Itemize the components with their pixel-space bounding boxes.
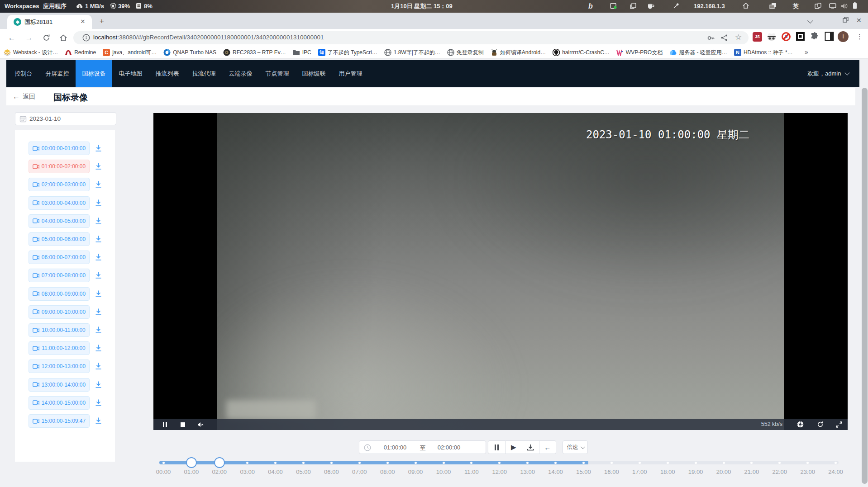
download-recording-button[interactable] bbox=[95, 162, 105, 174]
video-player[interactable]: 2023-01-10 01:00:00 星期二 552 kb/s bbox=[153, 113, 848, 430]
time-range-input[interactable]: 01:00:00 至 02:00:00 bbox=[359, 440, 486, 454]
bookmark-item[interactable]: NHDAtmos :: 种子 *… bbox=[734, 49, 793, 57]
recording-segment-button[interactable]: 08:00:00-09:00:00 bbox=[29, 287, 90, 301]
colorpicker-tray-icon[interactable] bbox=[673, 0, 679, 13]
extensions-puzzle-icon[interactable] bbox=[810, 32, 819, 41]
clipboard-tray-icon[interactable] bbox=[630, 0, 636, 13]
download-recording-button[interactable] bbox=[95, 417, 105, 429]
pause-icon[interactable] bbox=[159, 419, 171, 430]
timeline-handle[interactable] bbox=[186, 457, 197, 468]
download-recording-button[interactable] bbox=[95, 180, 105, 192]
bookmark-item[interactable]: 免登录复制 bbox=[447, 49, 484, 57]
bookmark-item[interactable]: Cjava、android可… bbox=[103, 49, 157, 57]
home-tray-icon[interactable] bbox=[742, 0, 749, 13]
download-recording-button[interactable] bbox=[95, 399, 105, 411]
nav-tab-1[interactable]: 控制台 bbox=[8, 60, 39, 87]
browser-menu-icon[interactable]: ⋮ bbox=[856, 33, 863, 41]
snapshot-icon[interactable] bbox=[795, 419, 806, 430]
download-recording-button[interactable] bbox=[95, 308, 105, 320]
recording-segment-button[interactable]: 09:00:00-10:00:00 bbox=[29, 305, 90, 319]
speed-dropdown[interactable]: 倍速 bbox=[563, 440, 588, 454]
volume-tray-icon[interactable] bbox=[841, 0, 848, 13]
recording-segment-button[interactable]: 11:00:00-12:00:00 bbox=[29, 341, 90, 355]
download-recording-button[interactable] bbox=[95, 290, 105, 302]
download-button[interactable] bbox=[522, 440, 539, 454]
new-tab-button[interactable]: + bbox=[98, 17, 106, 25]
stop-icon[interactable] bbox=[177, 419, 188, 430]
nav-tab-10[interactable]: 用户管理 bbox=[332, 60, 369, 87]
date-picker-input[interactable]: 2023-01-10 bbox=[15, 112, 116, 125]
phone-link-tray-icon[interactable] bbox=[815, 0, 821, 13]
recording-segment-button[interactable]: 12:00:00-13:00:00 bbox=[29, 359, 90, 373]
back-link[interactable]: 返回 bbox=[23, 93, 35, 101]
nav-tab-4[interactable]: 电子地图 bbox=[112, 60, 149, 87]
extension-dark-square-icon[interactable] bbox=[796, 32, 805, 41]
nav-tab-2[interactable]: 分屏监控 bbox=[39, 60, 76, 87]
bookmark-item[interactable]: 知了不起的 TypeScri… bbox=[318, 49, 377, 57]
bookmarks-overflow-icon[interactable]: » bbox=[805, 48, 808, 56]
recording-segment-button[interactable]: 07:00:00-08:00:00 bbox=[29, 269, 90, 282]
back-button[interactable]: ← bbox=[6, 33, 17, 43]
nav-tab-5[interactable]: 推流列表 bbox=[149, 60, 186, 87]
display-tray-icon[interactable] bbox=[829, 0, 836, 13]
start-time-value[interactable]: 01:00:00 bbox=[376, 444, 415, 451]
reload-button[interactable] bbox=[41, 33, 52, 43]
recording-segment-button[interactable]: 02:00:00-03:00:00 bbox=[29, 178, 90, 191]
workspaces-tray-icon[interactable] bbox=[769, 0, 777, 13]
bookmark-star-icon[interactable]: ☆ bbox=[735, 33, 742, 42]
download-recording-button[interactable] bbox=[95, 271, 105, 283]
window-restore-button[interactable] bbox=[843, 17, 849, 23]
clock[interactable]: 1月10日 星期二 15：09 bbox=[391, 0, 453, 13]
recording-segment-button[interactable]: 10:00:00-11:00:00 bbox=[29, 323, 90, 337]
timeline-handle[interactable] bbox=[214, 457, 225, 468]
nav-tab-3[interactable]: 国标设备 bbox=[76, 60, 112, 87]
applications-button[interactable]: 应用程序 bbox=[43, 0, 67, 13]
forward-button[interactable]: → bbox=[24, 33, 34, 43]
extension-js-icon[interactable]: JS bbox=[753, 32, 762, 42]
nav-tab-7[interactable]: 云端录像 bbox=[222, 60, 259, 87]
tab-close-icon[interactable]: ✕ bbox=[79, 18, 87, 26]
recording-segment-button[interactable]: 03:00:00-04:00:00 bbox=[29, 196, 90, 210]
bookmark-item[interactable]: 如何编译Android… bbox=[491, 49, 546, 57]
ime-indicator[interactable]: 英 bbox=[793, 0, 799, 13]
ip-address[interactable]: 192.168.1.3 bbox=[694, 0, 725, 13]
recording-segment-button[interactable]: 15:00:00-15:09:47 bbox=[29, 414, 90, 428]
site-info-icon[interactable] bbox=[82, 34, 90, 42]
nav-tab-9[interactable]: 国标级联 bbox=[296, 60, 332, 87]
recording-segment-button[interactable]: 13:00:00-14:00:00 bbox=[29, 378, 90, 392]
coffee-tray-icon[interactable] bbox=[647, 0, 654, 13]
window-close-button[interactable]: ✕ bbox=[856, 17, 862, 24]
download-recording-button[interactable] bbox=[95, 199, 105, 211]
password-key-icon[interactable] bbox=[707, 34, 715, 42]
fullscreen-icon[interactable] bbox=[833, 419, 844, 430]
workspaces-button[interactable]: Workspaces bbox=[5, 0, 39, 13]
bookmark-item[interactable]: 服务器 - 轻量应用… bbox=[669, 49, 727, 57]
end-time-value[interactable]: 02:00:00 bbox=[429, 444, 468, 451]
extension-adblock-icon[interactable] bbox=[781, 32, 791, 42]
download-recording-button[interactable] bbox=[95, 217, 105, 229]
nav-tab-8[interactable]: 节点管理 bbox=[259, 60, 296, 87]
download-recording-button[interactable] bbox=[95, 144, 105, 156]
download-recording-button[interactable] bbox=[95, 344, 105, 356]
recording-segment-button[interactable]: 04:00:00-05:00:00 bbox=[29, 214, 90, 228]
seek-back-button[interactable]: ← bbox=[539, 440, 557, 454]
download-recording-button[interactable] bbox=[95, 326, 105, 338]
download-recording-button[interactable] bbox=[95, 253, 105, 265]
download-recording-button[interactable] bbox=[95, 362, 105, 374]
extension-sidebar-icon[interactable] bbox=[825, 32, 834, 41]
extension-incognito-icon[interactable] bbox=[767, 32, 777, 42]
recording-segment-button[interactable]: 00:00:00-01:00:00 bbox=[29, 142, 90, 155]
browser-tab[interactable]: 国标28181 ✕ bbox=[7, 15, 92, 29]
nav-tab-6[interactable]: 拉流代理 bbox=[186, 60, 222, 87]
recording-segment-button[interactable]: 06:00:00-07:00:00 bbox=[29, 251, 90, 264]
bookmark-item[interactable]: hairrrrr/C-CrashC… bbox=[553, 49, 610, 56]
bookmark-item[interactable]: RFC2833 – RTP Ev… bbox=[223, 49, 286, 56]
recording-segment-button[interactable]: 05:00:00-06:00:00 bbox=[29, 232, 90, 246]
bookmark-item[interactable]: QNAP Turbo NAS bbox=[163, 49, 216, 56]
bookmark-item[interactable]: IPC bbox=[293, 49, 311, 56]
tab-search-chevron-icon[interactable] bbox=[807, 18, 813, 24]
refresh-icon[interactable] bbox=[815, 419, 826, 430]
page-scrollbar[interactable] bbox=[862, 88, 868, 484]
bookmark-item[interactable]: 1.8W字|了不起的… bbox=[384, 49, 440, 57]
play-button[interactable]: ▶ bbox=[506, 440, 523, 454]
